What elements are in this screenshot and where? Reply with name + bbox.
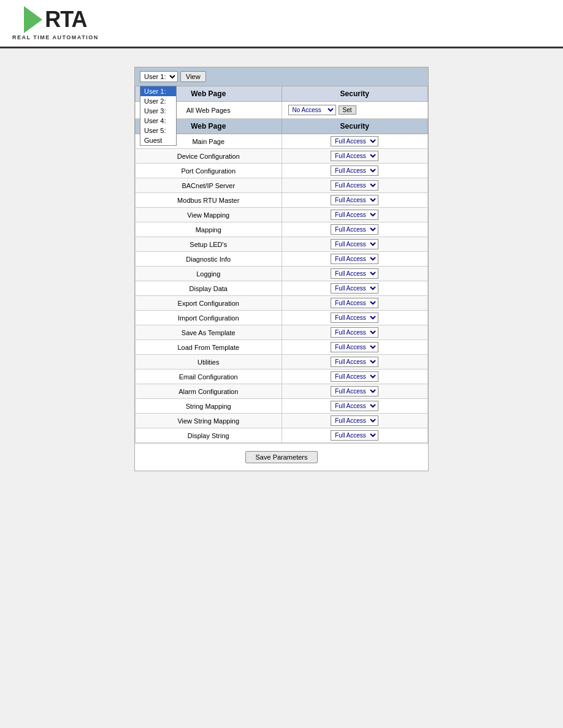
logo-subtitle: REAL TIME AUTOMATION <box>12 34 99 40</box>
security-cell: No AccessRead OnlyFull Access <box>282 252 428 267</box>
security-select[interactable]: No AccessRead OnlyFull Access <box>331 210 378 220</box>
page-name-cell: Display String <box>136 428 282 443</box>
page-name-cell: Device Configuration <box>136 149 282 164</box>
security-cell: No AccessRead OnlyFull Access <box>282 384 428 399</box>
all-web-pages-security-cell: No Access Read Only Full Access Set <box>282 102 428 119</box>
panel: User 1: User 2: User 3: User 4: User 5: … <box>134 67 429 471</box>
security-select[interactable]: No AccessRead OnlyFull Access <box>331 151 378 161</box>
user-select[interactable]: User 1: User 2: User 3: User 4: User 5: … <box>140 71 178 82</box>
security-cell: No AccessRead OnlyFull Access <box>282 296 428 311</box>
table-row: Diagnostic InfoNo AccessRead OnlyFull Ac… <box>136 252 428 267</box>
security-select[interactable]: No AccessRead OnlyFull Access <box>331 268 378 279</box>
table-row: View MappingNo AccessRead OnlyFull Acces… <box>136 208 428 222</box>
all-pages-security-header: Security <box>282 86 428 102</box>
security-cell: No AccessRead OnlyFull Access <box>282 311 428 325</box>
page-name-cell: View Mapping <box>136 208 282 222</box>
security-select[interactable]: No AccessRead OnlyFull Access <box>331 313 378 323</box>
page-name-cell: Port Configuration <box>136 164 282 178</box>
table-row: LoggingNo AccessRead OnlyFull Access <box>136 267 428 281</box>
security-select[interactable]: No AccessRead OnlyFull Access <box>331 283 378 294</box>
security-select[interactable]: No AccessRead OnlyFull Access <box>331 371 378 382</box>
table-row: UtilitiesNo AccessRead OnlyFull Access <box>136 355 428 370</box>
security-cell: No AccessRead OnlyFull Access <box>282 414 428 428</box>
table-row: Email ConfigurationNo AccessRead OnlyFul… <box>136 370 428 384</box>
security-select[interactable]: No AccessRead OnlyFull Access <box>331 357 378 367</box>
security-select[interactable]: No AccessRead OnlyFull Access <box>331 401 378 411</box>
security-cell: No AccessRead OnlyFull Access <box>282 193 428 208</box>
all-pages-security-select[interactable]: No Access Read Only Full Access <box>288 105 336 115</box>
page-name-cell: Utilities <box>136 355 282 370</box>
security-select[interactable]: No AccessRead OnlyFull Access <box>331 386 378 396</box>
security-select[interactable]: No AccessRead OnlyFull Access <box>331 342 378 352</box>
table-header-row: Web Page Security <box>136 119 428 134</box>
header: RTA REAL TIME AUTOMATION <box>0 0 563 48</box>
security-select[interactable]: No AccessRead OnlyFull Access <box>331 136 378 146</box>
dropdown-item-user5[interactable]: User 5: <box>140 126 176 135</box>
page-name-cell: BACnet/IP Server <box>136 178 282 193</box>
security-cell: No AccessRead OnlyFull Access <box>282 428 428 443</box>
security-cell: No AccessRead OnlyFull Access <box>282 267 428 281</box>
page-name-cell: Export Configuration <box>136 296 282 311</box>
security-select[interactable]: No AccessRead OnlyFull Access <box>331 180 378 191</box>
table-row: Alarm ConfigurationNo AccessRead OnlyFul… <box>136 384 428 399</box>
security-cell: No AccessRead OnlyFull Access <box>282 340 428 355</box>
table-row: Port ConfigurationNo AccessRead OnlyFull… <box>136 164 428 178</box>
security-select[interactable]: No AccessRead OnlyFull Access <box>331 195 378 205</box>
page-name-cell: Logging <box>136 267 282 281</box>
security-cell: No AccessRead OnlyFull Access <box>282 325 428 340</box>
security-cell: No AccessRead OnlyFull Access <box>282 281 428 296</box>
all-pages-header-row: Web Page Security <box>136 86 428 102</box>
user-dropdown-menu: User 1: User 2: User 3: User 4: User 5: … <box>140 86 177 146</box>
page-name-cell: String Mapping <box>136 399 282 414</box>
table-row: Export ConfigurationNo AccessRead OnlyFu… <box>136 296 428 311</box>
security-select[interactable]: No AccessRead OnlyFull Access <box>331 327 378 338</box>
page-name-cell: Alarm Configuration <box>136 384 282 399</box>
table-row: View String MappingNo AccessRead OnlyFul… <box>136 414 428 428</box>
table-row: Display StringNo AccessRead OnlyFull Acc… <box>136 428 428 443</box>
dropdown-item-user4[interactable]: User 4: <box>140 116 176 126</box>
security-cell: No AccessRead OnlyFull Access <box>282 149 428 164</box>
security-cell: No AccessRead OnlyFull Access <box>282 355 428 370</box>
security-select[interactable]: No AccessRead OnlyFull Access <box>331 224 378 235</box>
security-cell: No AccessRead OnlyFull Access <box>282 134 428 149</box>
save-params-container: Save Parameters <box>135 443 428 471</box>
logo-text: RTA <box>45 9 86 31</box>
all-web-pages-row: All Web Pages No Access Read Only Full A… <box>136 102 428 119</box>
view-button[interactable]: View <box>180 71 206 82</box>
dropdown-item-user3[interactable]: User 3: <box>140 106 176 116</box>
security-select[interactable]: No AccessRead OnlyFull Access <box>331 415 378 426</box>
dropdown-item-user2[interactable]: User 2: <box>140 96 176 106</box>
table-row: Display DataNo AccessRead OnlyFull Acces… <box>136 281 428 296</box>
table-row: Save As TemplateNo AccessRead OnlyFull A… <box>136 325 428 340</box>
security-cell: No AccessRead OnlyFull Access <box>282 370 428 384</box>
security-select[interactable]: No AccessRead OnlyFull Access <box>331 239 378 249</box>
page-name-cell: Setup LED's <box>136 237 282 252</box>
main-content: User 1: User 2: User 3: User 4: User 5: … <box>0 48 563 490</box>
page-name-cell: Email Configuration <box>136 370 282 384</box>
security-cell: No AccessRead OnlyFull Access <box>282 399 428 414</box>
security-cell: No AccessRead OnlyFull Access <box>282 164 428 178</box>
security-select[interactable]: No AccessRead OnlyFull Access <box>331 165 378 176</box>
logo-icon: RTA <box>24 6 86 33</box>
logo: RTA REAL TIME AUTOMATION <box>12 6 99 40</box>
page-name-cell: Modbus RTU Master <box>136 193 282 208</box>
all-pages-security-controls: No Access Read Only Full Access Set <box>288 105 422 115</box>
dropdown-item-guest[interactable]: Guest <box>140 135 176 145</box>
dropdown-item-user1[interactable]: User 1: <box>140 86 176 96</box>
table-row: Setup LED'sNo AccessRead OnlyFull Access <box>136 237 428 252</box>
set-button[interactable]: Set <box>339 105 356 115</box>
security-select[interactable]: No AccessRead OnlyFull Access <box>331 254 378 264</box>
page-name-cell: Save As Template <box>136 325 282 340</box>
table-row: Load From TemplateNo AccessRead OnlyFull… <box>136 340 428 355</box>
table-row: String MappingNo AccessRead OnlyFull Acc… <box>136 399 428 414</box>
page-name-cell: Diagnostic Info <box>136 252 282 267</box>
page-name-cell: Display Data <box>136 281 282 296</box>
security-select[interactable]: No AccessRead OnlyFull Access <box>331 430 378 441</box>
table-row: Import ConfigurationNo AccessRead OnlyFu… <box>136 311 428 325</box>
table-row: Main PageNo AccessRead OnlyFull Access <box>136 134 428 149</box>
page-name-cell: View String Mapping <box>136 414 282 428</box>
security-select[interactable]: No AccessRead OnlyFull Access <box>331 298 378 308</box>
table-security-header: Security <box>282 119 428 134</box>
table-row: MappingNo AccessRead OnlyFull Access <box>136 222 428 237</box>
save-parameters-button[interactable]: Save Parameters <box>245 451 318 463</box>
